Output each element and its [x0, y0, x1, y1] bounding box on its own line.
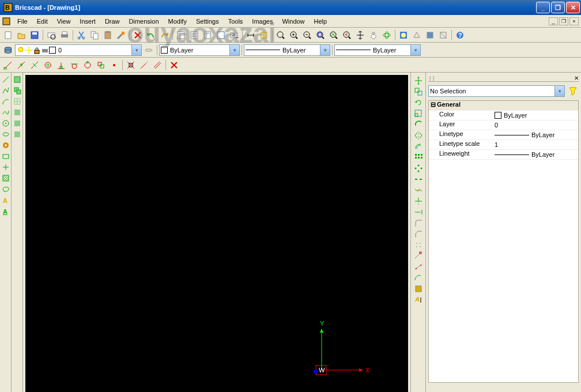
- extend-icon[interactable]: [413, 207, 424, 217]
- zoom-window-icon[interactable]: [314, 29, 327, 42]
- close-button[interactable]: ✕: [566, 2, 580, 13]
- properties-group-general[interactable]: ⊟ General: [429, 101, 578, 111]
- match-properties-icon[interactable]: [115, 29, 127, 42]
- snap-tangent-icon[interactable]: [68, 59, 81, 71]
- grip-icon[interactable]: ⸽⸽: [428, 75, 435, 81]
- snap-center-icon[interactable]: [42, 59, 54, 71]
- text-icon[interactable]: A: [1, 195, 11, 205]
- line-icon[interactable]: [1, 74, 11, 85]
- snap-quadrant-icon[interactable]: [81, 59, 94, 71]
- shade-icon[interactable]: [424, 29, 436, 42]
- circle-icon[interactable]: [1, 118, 11, 129]
- copy-icon[interactable]: [413, 86, 424, 97]
- close-panel-icon[interactable]: ✕: [574, 75, 579, 81]
- block-icon[interactable]: [12, 74, 22, 85]
- menu-file[interactable]: File: [13, 17, 32, 26]
- rectangle-icon[interactable]: [1, 151, 11, 161]
- snap-node-icon[interactable]: [108, 59, 120, 71]
- pan-icon[interactable]: [354, 29, 367, 42]
- menu-insert[interactable]: Insert: [75, 17, 100, 26]
- render-icon[interactable]: [397, 29, 410, 42]
- snap-midpoint-icon[interactable]: [15, 59, 28, 71]
- open-icon[interactable]: [15, 29, 28, 42]
- cut-icon[interactable]: [75, 29, 88, 42]
- menu-help[interactable]: Help: [310, 17, 332, 26]
- tool-icon[interactable]: [214, 29, 227, 42]
- offset-icon[interactable]: [413, 141, 424, 152]
- menu-modify[interactable]: Modify: [164, 17, 191, 26]
- menu-tools[interactable]: Tools: [224, 17, 248, 26]
- fillet-icon[interactable]: [413, 218, 424, 228]
- break-icon[interactable]: [413, 174, 424, 184]
- chamfer-icon[interactable]: [413, 229, 424, 239]
- area-icon[interactable]: [258, 29, 270, 42]
- zoom-extents-icon[interactable]: [327, 29, 340, 42]
- snap-insertion-icon[interactable]: [95, 59, 107, 71]
- snap-none-icon[interactable]: [168, 59, 180, 71]
- property-row-lineweight[interactable]: Lineweight ByLayer: [429, 150, 578, 160]
- mdi-minimize-button[interactable]: _: [549, 17, 558, 25]
- linetype-combo[interactable]: ByLayer: [244, 44, 330, 56]
- quick-select-icon[interactable]: [567, 85, 579, 97]
- color-combo[interactable]: ByLayer: [159, 44, 240, 56]
- snap-intersection-icon[interactable]: [124, 59, 137, 71]
- save-icon[interactable]: [28, 29, 41, 42]
- snap-endpoint-icon[interactable]: [2, 59, 14, 71]
- arc-icon[interactable]: [1, 96, 11, 107]
- mirror-icon[interactable]: [413, 130, 424, 141]
- menu-settings[interactable]: Settings: [191, 17, 224, 26]
- menu-edit[interactable]: Edit: [32, 17, 52, 26]
- zoom-realtime-icon[interactable]: [274, 29, 287, 42]
- property-row-linetype[interactable]: Linetype ByLayer: [429, 130, 578, 140]
- menu-draw[interactable]: Draw: [100, 17, 124, 26]
- command-icon[interactable]: >_: [228, 29, 240, 42]
- rotate-icon[interactable]: [413, 97, 424, 108]
- scale-icon[interactable]: [413, 108, 424, 119]
- snap-extension-icon[interactable]: [138, 59, 150, 71]
- menu-window[interactable]: Window: [277, 17, 309, 26]
- print-icon[interactable]: [58, 29, 71, 42]
- edit-polyline-icon[interactable]: [413, 273, 424, 283]
- minimize-button[interactable]: _: [536, 2, 550, 13]
- layer-combo[interactable]: 0: [15, 44, 142, 56]
- stretch-icon[interactable]: [413, 119, 424, 130]
- array-polar-icon[interactable]: [413, 163, 424, 174]
- boundary-icon[interactable]: [1, 184, 11, 194]
- menu-images[interactable]: Images: [247, 17, 277, 26]
- zoom-in-icon[interactable]: [288, 29, 300, 42]
- explode-icon[interactable]: [413, 240, 424, 250]
- print-preview-icon[interactable]: [45, 29, 58, 42]
- menu-dimension[interactable]: Dimension: [124, 17, 164, 26]
- undo-icon[interactable]: [145, 29, 157, 42]
- maximize-button[interactable]: ❐: [551, 2, 565, 13]
- trim-icon[interactable]: [413, 196, 424, 206]
- collapse-icon[interactable]: ⊟: [429, 101, 437, 110]
- selection-combo[interactable]: No Selection: [428, 85, 565, 97]
- layer-manager-icon[interactable]: [2, 44, 14, 56]
- wipeout-icon[interactable]: [12, 118, 22, 129]
- property-row-linetype-scale[interactable]: Linetype scale 1: [429, 140, 578, 150]
- zoom-out-icon[interactable]: [301, 29, 314, 42]
- polyline-icon[interactable]: [1, 85, 11, 96]
- snap-perpendicular-icon[interactable]: [55, 59, 67, 71]
- menu-view[interactable]: View: [52, 17, 76, 26]
- hatch-icon[interactable]: [1, 173, 11, 183]
- layer-states-icon[interactable]: [142, 44, 155, 56]
- hide-icon[interactable]: [410, 29, 423, 42]
- 3d-orbit-icon[interactable]: [380, 29, 393, 42]
- delete-icon[interactable]: [131, 29, 144, 42]
- snap-parallel-icon[interactable]: [151, 59, 164, 71]
- join-icon[interactable]: [413, 185, 424, 195]
- help-icon[interactable]: ?: [454, 29, 466, 42]
- zoom-previous-icon[interactable]: [341, 29, 353, 42]
- move-icon[interactable]: [413, 76, 424, 86]
- mdi-restore-button[interactable]: ❐: [559, 17, 568, 25]
- lineweight-combo[interactable]: ByLayer: [334, 44, 421, 56]
- snap-nearest-icon[interactable]: [28, 59, 41, 71]
- array-icon[interactable]: [413, 152, 424, 163]
- insert-icon[interactable]: [12, 85, 22, 96]
- drawing-canvas[interactable]: X Y W: [25, 75, 408, 392]
- sheet-icon[interactable]: [201, 29, 214, 42]
- align-icon[interactable]: [413, 262, 424, 272]
- edit-hatch-icon[interactable]: [413, 284, 424, 294]
